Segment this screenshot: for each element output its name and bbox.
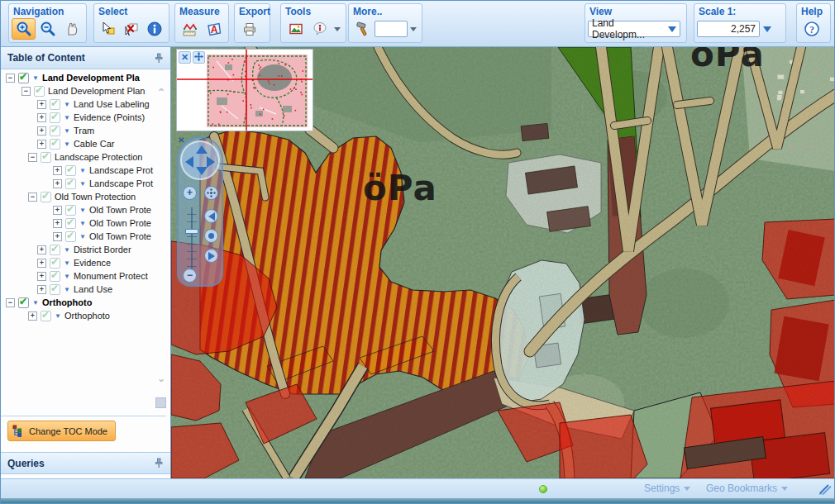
export-image-button[interactable] — [284, 18, 308, 40]
toc-item-label[interactable]: Landscape Prot — [89, 178, 153, 188]
toc-item-label[interactable]: Cable Car — [74, 139, 115, 149]
toc-item[interactable]: +✔▼Landscape Prot — [1, 177, 156, 190]
expand-icon[interactable]: + — [37, 272, 46, 281]
layer-menu-arrow-icon[interactable]: ▼ — [64, 127, 70, 135]
custom-tool-button[interactable] — [351, 18, 375, 40]
measure-distance-button[interactable] — [178, 18, 202, 40]
pan-up-icon[interactable] — [196, 145, 208, 154]
toc-item-label[interactable]: District Border — [74, 245, 131, 254]
toc-item[interactable]: +✔▼Tram — [1, 124, 156, 137]
clear-selection-button[interactable] — [120, 18, 143, 40]
layer-menu-arrow-icon[interactable]: ▼ — [79, 180, 86, 188]
collapse-icon[interactable]: − — [6, 298, 15, 307]
layer-menu-arrow-icon[interactable]: ▼ — [64, 101, 70, 108]
layer-checkbox[interactable]: ✔ — [50, 126, 60, 136]
expand-icon[interactable]: + — [53, 232, 62, 241]
toc-item[interactable]: +✔▼District Border — [1, 243, 156, 256]
expand-icon[interactable]: + — [37, 245, 46, 254]
toc-item-label[interactable]: Evidence (Points) — [74, 112, 145, 122]
zoom-slider[interactable] — [187, 207, 197, 270]
layer-checkbox[interactable]: ✔ — [65, 205, 76, 216]
full-extent-button[interactable] — [204, 186, 218, 200]
expand-icon[interactable]: + — [37, 140, 46, 149]
toc-item[interactable]: +✔▼Old Town Prote — [1, 230, 156, 243]
layer-checkbox[interactable]: ✔ — [41, 192, 51, 202]
change-toc-mode-button[interactable]: Change TOC Mode — [7, 421, 116, 441]
layer-checkbox[interactable]: ✔ — [41, 311, 51, 321]
toc-item-label[interactable]: Land Use — [74, 284, 112, 294]
toc-item-label[interactable]: Landscape Protection — [55, 152, 142, 162]
layer-checkbox[interactable]: ✔ — [65, 231, 76, 242]
toc-item-label[interactable]: Land Development Pla — [42, 73, 140, 83]
expand-icon[interactable]: + — [37, 100, 46, 109]
layer-checkbox[interactable]: ✔ — [65, 178, 76, 189]
layer-menu-arrow-icon[interactable]: ▼ — [32, 74, 39, 82]
layer-checkbox[interactable]: ✔ — [50, 258, 60, 269]
layer-menu-arrow-icon[interactable]: ▼ — [64, 114, 70, 121]
inset-close-button[interactable]: ✕ — [179, 51, 191, 64]
collapse-icon[interactable]: − — [6, 74, 15, 83]
layer-menu-arrow-icon[interactable]: ▼ — [55, 312, 61, 320]
toc-item[interactable]: +✔▼Landscape Prot — [1, 164, 156, 177]
layer-checkbox[interactable]: ✔ — [34, 86, 45, 97]
layer-checkbox[interactable]: ✔ — [65, 218, 76, 229]
toc-item-label[interactable]: Land Development Plan — [48, 86, 145, 96]
geo-bookmarks-menu[interactable]: Geo Bookmarks — [706, 483, 788, 494]
expand-icon[interactable]: + — [37, 113, 46, 122]
pan-button[interactable] — [60, 18, 84, 40]
toc-item-label[interactable]: Old Town Prote — [89, 231, 151, 241]
toc-item-label[interactable]: Tram — [74, 126, 94, 136]
toc-item[interactable]: +✔▼Evidence — [1, 256, 156, 269]
layer-menu-arrow-icon[interactable]: ▼ — [64, 286, 70, 293]
layer-checkbox[interactable]: ✔ — [50, 271, 60, 282]
help-button[interactable]: ? — [799, 18, 824, 40]
layer-menu-arrow-icon[interactable]: ▼ — [79, 207, 86, 214]
toc-item[interactable]: +✔▼Land Use Labeling — [1, 97, 156, 111]
toc-item[interactable]: −✔Land Development Plan — [1, 84, 156, 97]
toc-item-label[interactable]: Landscape Prot — [89, 165, 153, 175]
scrollbar-down-icon[interactable]: ⌄ — [157, 373, 165, 384]
settings-menu[interactable]: Settings — [644, 483, 690, 494]
toc-item[interactable]: −✔▼Orthophoto — [1, 296, 156, 309]
collapse-icon[interactable]: − — [21, 87, 31, 96]
toc-item-label[interactable]: Orthophoto — [64, 311, 110, 321]
expand-icon[interactable]: + — [53, 166, 62, 175]
layer-menu-arrow-icon[interactable]: ▼ — [79, 167, 86, 174]
map-viewport[interactable]: öPaöPa — [171, 47, 835, 478]
toc-item-label[interactable]: Old Town Prote — [89, 218, 151, 228]
scrollbar-up-icon[interactable]: ⌃ — [157, 87, 165, 98]
overview-map-inset[interactable]: ✕ — [176, 49, 313, 131]
layer-menu-arrow-icon[interactable]: ▼ — [79, 220, 86, 227]
toc-item[interactable]: +✔▼Orthophoto — [1, 309, 156, 322]
center-map-button[interactable] — [204, 229, 218, 243]
expand-icon[interactable]: + — [37, 285, 46, 294]
zoom-slider-thumb[interactable] — [185, 229, 198, 234]
next-extent-button[interactable] — [204, 249, 218, 263]
queries-header[interactable]: Queries — [1, 452, 170, 474]
layer-menu-arrow-icon[interactable]: ▼ — [32, 299, 39, 307]
pan-compass[interactable] — [180, 140, 220, 180]
toc-item-label[interactable]: Old Town Protection — [55, 192, 136, 202]
toc-item-label[interactable]: Orthophoto — [42, 297, 92, 307]
zoom-out-button[interactable] — [36, 18, 60, 40]
toc-item[interactable]: +✔▼Old Town Prote — [1, 216, 156, 230]
scale-dropdown-button[interactable] — [763, 26, 771, 32]
layer-checkbox[interactable]: ✔ — [41, 152, 51, 163]
toc-item[interactable]: +✔▼Evidence (Points) — [1, 111, 156, 124]
expand-icon[interactable]: + — [28, 311, 37, 321]
pin-icon[interactable] — [154, 53, 164, 64]
toc-item[interactable]: −✔Landscape Protection — [1, 150, 156, 164]
toc-item-label[interactable]: Monument Protect — [74, 271, 148, 281]
pan-right-icon[interactable] — [207, 156, 215, 168]
scale-input[interactable] — [697, 21, 760, 37]
layer-checkbox[interactable]: ✔ — [50, 245, 60, 255]
toc-item-label[interactable]: Old Town Prote — [89, 205, 151, 215]
print-button[interactable] — [237, 18, 262, 40]
toc-item[interactable]: +✔▼Monument Protect — [1, 269, 156, 283]
expand-icon[interactable]: + — [53, 179, 62, 188]
toc-item-label[interactable]: Land Use Labeling — [74, 99, 150, 109]
layer-checkbox[interactable]: ✔ — [18, 73, 29, 83]
more-tools-combobox[interactable] — [375, 21, 408, 37]
layer-menu-arrow-icon[interactable]: ▼ — [64, 246, 70, 254]
collapse-icon[interactable]: − — [28, 193, 37, 202]
